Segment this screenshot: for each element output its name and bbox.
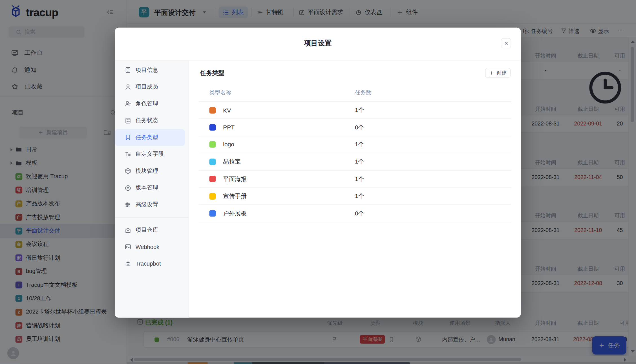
project-settings-modal: 项目设置 项目信息 项目成员 角色管理 任务状态 任务类型 自定义字段 模块管理… [115,28,521,318]
create-type-button[interactable]: 创建 [485,68,511,78]
col-task-count: 任务数 [355,89,371,97]
sliders-icon [125,201,131,208]
type-row[interactable]: 平面海报1个 [199,171,511,188]
modal-nav-project-info[interactable]: 项目信息 [115,62,185,79]
version-icon [125,184,131,191]
person-settings-icon [125,100,131,107]
person-icon [125,83,131,90]
modal-nav-versions[interactable]: 版本管理 [115,180,185,197]
home-icon [125,227,131,233]
bookmark-icon [125,134,131,141]
col-type-name: 类型名称 [209,89,231,97]
type-color-swatch [209,158,216,165]
doc-list-icon [125,67,131,73]
type-color-swatch [209,210,216,217]
type-color-swatch [209,107,216,113]
modal-section-heading: 任务类型 [200,69,224,77]
type-color-swatch [209,193,216,199]
type-color-swatch [209,141,216,148]
modal-nav-advanced[interactable]: 高级设置 [115,196,185,213]
modal-nav-webhook[interactable]: Webhook [115,239,185,255]
type-row[interactable]: 户外展板0个 [199,205,511,222]
type-row[interactable]: logo1个 [199,136,511,153]
screen: tracup 搜索 工作台 通知 已收藏 项目 新 [0,0,636,364]
type-color-swatch [209,124,216,131]
type-color-swatch [209,176,216,182]
type-row[interactable]: 易拉宝1个 [199,153,511,171]
type-table: KV1个 PPT0个 logo1个 易拉宝1个 平面海报1个 宣传手册1个 户外… [199,102,511,222]
type-row[interactable]: 宣传手册1个 [199,188,511,205]
close-button[interactable] [501,38,511,48]
modal-nav-modules[interactable]: 模块管理 [115,163,185,180]
modal-nav-task-status[interactable]: 任务状态 [115,112,185,129]
modal-nav-roles[interactable]: 角色管理 [115,95,185,112]
type-row[interactable]: PPT0个 [199,119,511,136]
plus-icon [489,70,494,75]
modal-sidebar: 项目信息 项目成员 角色管理 任务状态 任务类型 自定义字段 模块管理 版本管理… [115,60,189,317]
checklist-icon [125,117,131,124]
cube-icon [125,168,131,175]
modal-nav-repository[interactable]: 项目仓库 [115,222,185,239]
modal-title: 项目设置 [115,39,521,48]
text-field-icon [125,151,131,158]
modal-nav-members[interactable]: 项目成员 [115,78,185,95]
modal-nav-tracupbot[interactable]: Tracupbot [115,255,185,272]
robot-icon [125,260,131,267]
divider [115,217,189,217]
modal-nav-custom-fields[interactable]: 自定义字段 [115,146,185,163]
modal-nav-task-types[interactable]: 任务类型 [115,129,185,146]
type-row[interactable]: KV1个 [199,102,511,119]
terminal-icon [125,244,131,250]
